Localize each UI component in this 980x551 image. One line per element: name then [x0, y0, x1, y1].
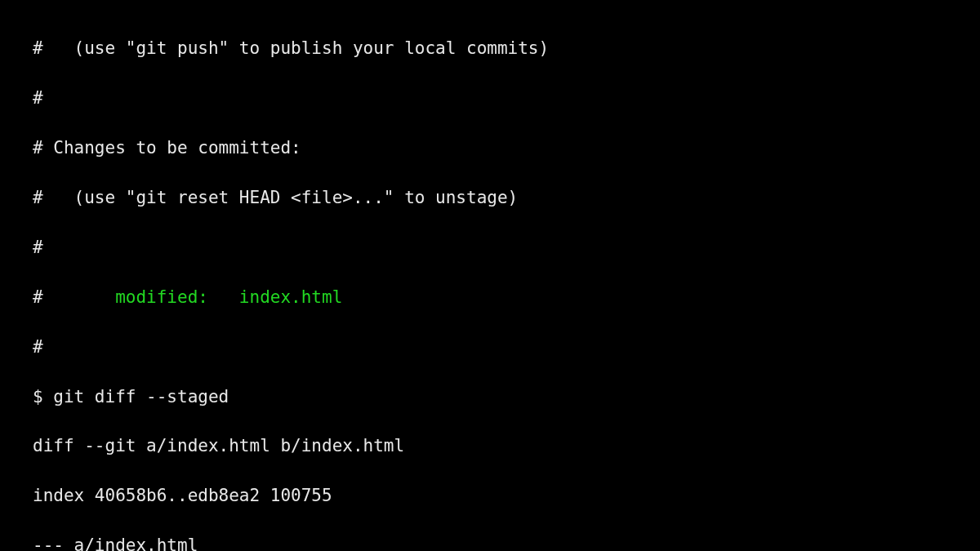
modified-file: modified: index.html: [115, 287, 342, 307]
status-line: #: [33, 335, 947, 359]
diff-header: diff --git a/index.html b/index.html: [33, 433, 947, 458]
terminal-output[interactable]: # (use "git push" to publish your local …: [33, 11, 947, 551]
status-line: # (use "git push" to publish your local …: [33, 36, 947, 60]
command-text: git diff --staged: [53, 387, 229, 407]
status-modified-line: # modified: index.html: [33, 285, 947, 309]
status-line: #: [33, 86, 947, 110]
diff-index: index 40658b6..edb8ea2 100755: [33, 483, 947, 508]
status-line: # Changes to be committed:: [33, 136, 947, 160]
command-line: $ git diff --staged: [33, 384, 947, 409]
status-line: # (use "git reset HEAD <file>..." to uns…: [33, 185, 947, 210]
status-line: #: [33, 235, 947, 260]
shell-prompt: $: [33, 387, 53, 407]
comment-prefix: #: [33, 287, 115, 307]
diff-minus-file: --- a/index.html: [33, 533, 947, 551]
